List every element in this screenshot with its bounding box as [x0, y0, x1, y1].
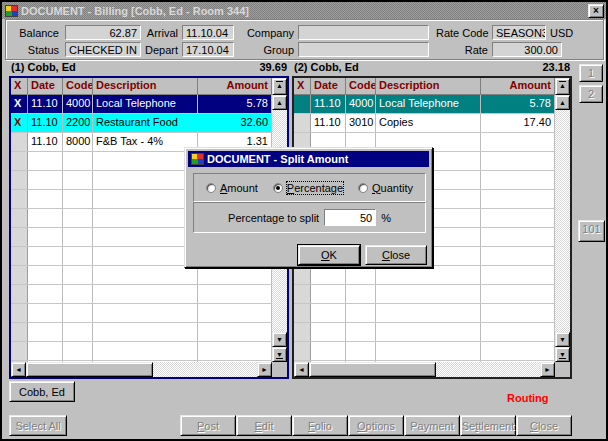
- scroll-up-icon[interactable]: ▲: [272, 95, 287, 110]
- footer-button-settlement[interactable]: Settlement: [460, 415, 516, 436]
- cell-code: [346, 304, 376, 322]
- scroll-up-icon[interactable]: ▲: [555, 95, 570, 110]
- cell-code[interactable]: 4000: [63, 95, 93, 113]
- cell-amount[interactable]: 32.60: [198, 114, 272, 132]
- cell-x: [11, 171, 28, 189]
- footer-button-post[interactable]: Post: [180, 415, 236, 436]
- scroll-top-button[interactable]: ▲: [272, 78, 287, 95]
- footer-button-folio[interactable]: Folio: [292, 415, 348, 436]
- grid-left-row-2[interactable]: X11.102200Restaurant Food32.60: [11, 114, 272, 133]
- scroll-down-icon[interactable]: ▼: [555, 332, 570, 347]
- cell-amount: [481, 171, 555, 189]
- rate-label: Rate: [436, 44, 488, 56]
- cell-x[interactable]: [294, 114, 311, 132]
- cell-code[interactable]: 4000: [346, 95, 376, 113]
- scroll-left-icon[interactable]: ◄: [11, 362, 26, 377]
- cell-code: [63, 266, 93, 284]
- cell-description: [376, 266, 481, 284]
- cell-x[interactable]: X: [11, 114, 28, 132]
- scroll-right-icon[interactable]: ►: [540, 362, 555, 377]
- cell-x[interactable]: X: [11, 95, 28, 113]
- cell-code[interactable]: 3010: [346, 114, 376, 132]
- footer-button-payment[interactable]: Payment: [404, 415, 460, 436]
- cell-amount: [481, 304, 555, 322]
- grid-right-row-13: [294, 323, 555, 342]
- window-body: DOCUMENT - Billing [Cobb, Ed - Room 344]…: [2, 2, 606, 439]
- scroll-bottom-button[interactable]: ▼: [272, 347, 287, 362]
- grid-right-row-11: [294, 285, 555, 304]
- cell-date[interactable]: 11.10: [28, 95, 63, 113]
- hscroll-track[interactable]: [309, 362, 540, 377]
- dialog-close-button[interactable]: Close: [365, 245, 427, 265]
- cell-amount: [481, 190, 555, 208]
- grid-right-row-14: [294, 342, 555, 361]
- hscroll-thumb[interactable]: [26, 362, 153, 377]
- grid-left-hscrollbar[interactable]: ◄ ►: [11, 362, 287, 377]
- scroll-top-button[interactable]: ▲: [555, 78, 570, 95]
- scroll-right-icon[interactable]: ►: [257, 362, 272, 377]
- window-button-2[interactable]: 2: [579, 85, 603, 103]
- cell-description[interactable]: F&B Tax - 4%: [93, 133, 198, 151]
- title-bar: DOCUMENT - Billing [Cobb, Ed - Room 344]…: [2, 2, 606, 19]
- scroll-down-icon[interactable]: ▼: [272, 332, 287, 347]
- cell-description[interactable]: Local Telephone: [376, 95, 481, 113]
- cell-code[interactable]: 8000: [63, 133, 93, 151]
- cell-date[interactable]: 11.10: [311, 114, 346, 132]
- cell-date[interactable]: 11.10: [311, 95, 346, 113]
- radio-amount[interactable]: Amount: [206, 182, 258, 194]
- group-field: [298, 42, 429, 57]
- guest-tab[interactable]: Cobb, Ed: [9, 381, 75, 402]
- footer-button-edit[interactable]: Edit: [236, 415, 292, 436]
- grid-right-row-2[interactable]: 11.103010Copies17.40: [294, 114, 555, 133]
- window-button-1[interactable]: 1: [579, 64, 603, 82]
- col-header-date: Date: [311, 78, 346, 95]
- cell-description: [93, 247, 198, 265]
- arrival-label: Arrival: [144, 27, 178, 39]
- cell-x[interactable]: [11, 133, 28, 151]
- dialog-title-bar: DOCUMENT - Split Amount: [188, 151, 429, 167]
- cell-description: [93, 209, 198, 227]
- col-header-date: Date: [28, 78, 63, 95]
- radio-label: Percentage: [287, 182, 343, 194]
- status-label: Status: [19, 44, 59, 56]
- hscroll-thumb[interactable]: [309, 362, 436, 377]
- percentage-input[interactable]: [324, 209, 376, 226]
- hscroll-track[interactable]: [26, 362, 257, 377]
- cell-amount[interactable]: 5.78: [481, 95, 555, 113]
- radio-icon[interactable]: [358, 183, 368, 193]
- radio-icon[interactable]: [273, 183, 283, 193]
- cell-amount[interactable]: 5.78: [198, 95, 272, 113]
- cell-code[interactable]: 2200: [63, 114, 93, 132]
- grid-right-vscrollbar[interactable]: ▲ ▼ ▼: [555, 95, 570, 362]
- cell-description[interactable]: Restaurant Food: [93, 114, 198, 132]
- cell-x[interactable]: [294, 95, 311, 113]
- grid-right-hscrollbar[interactable]: ◄ ►: [294, 362, 570, 377]
- footer-button-options[interactable]: Options: [348, 415, 404, 436]
- cell-x: [11, 304, 28, 322]
- scroll-bottom-button[interactable]: ▼: [555, 347, 570, 362]
- vscroll-track[interactable]: [555, 110, 570, 332]
- cell-amount[interactable]: 17.40: [481, 114, 555, 132]
- ok-button[interactable]: OK: [298, 245, 360, 265]
- cell-date[interactable]: 11.10: [28, 114, 63, 132]
- cell-date[interactable]: 11.10: [28, 133, 63, 151]
- radio-quantity[interactable]: Quantity: [358, 182, 413, 194]
- cell-description[interactable]: Copies: [376, 114, 481, 132]
- cell-description[interactable]: Local Telephone: [93, 95, 198, 113]
- cell-amount: [481, 323, 555, 341]
- footer-button-close[interactable]: Close: [516, 415, 572, 436]
- grid-left-row-13: [11, 323, 272, 342]
- radio-percentage[interactable]: Percentage: [273, 182, 343, 194]
- grid-left-row-1[interactable]: X11.104000Local Telephone5.78: [11, 95, 272, 114]
- cell-description: [93, 323, 198, 341]
- cell-description: [93, 304, 198, 322]
- window-button-101[interactable]: 101: [578, 220, 605, 242]
- cell-date: [28, 247, 63, 265]
- grid-right-row-1[interactable]: 11.104000Local Telephone5.78: [294, 95, 555, 114]
- select-all-button[interactable]: Select All: [9, 415, 67, 436]
- scroll-left-icon[interactable]: ◄: [294, 362, 309, 377]
- close-icon[interactable]: ×: [588, 4, 604, 18]
- cell-code: [63, 247, 93, 265]
- radio-icon[interactable]: [206, 183, 216, 193]
- cell-date: [28, 304, 63, 322]
